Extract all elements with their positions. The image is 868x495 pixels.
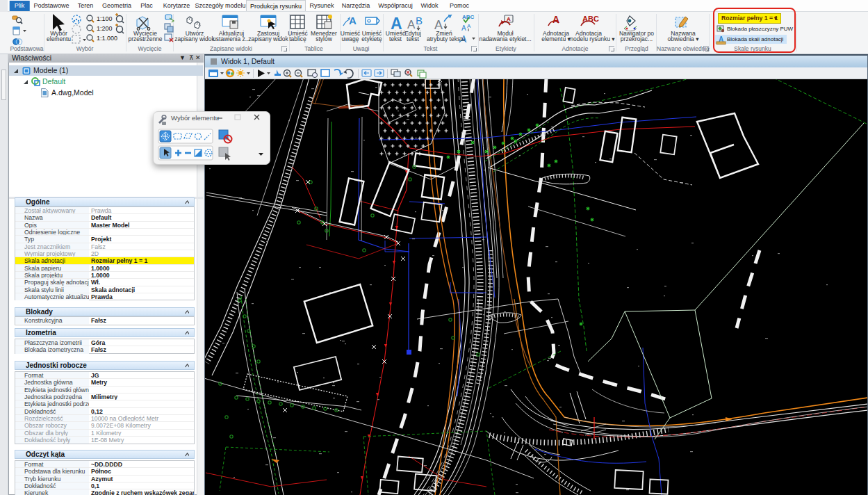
- svg-text:A: A: [349, 15, 357, 26]
- svg-text:A: A: [467, 23, 471, 29]
- svg-text:A: A: [552, 14, 559, 25]
- svg-text:A: A: [461, 24, 466, 32]
- svg-text:B: B: [416, 15, 423, 26]
- svg-text:Wybór elementu: Wybór elementu: [171, 114, 219, 122]
- svg-text:A: A: [507, 16, 511, 22]
